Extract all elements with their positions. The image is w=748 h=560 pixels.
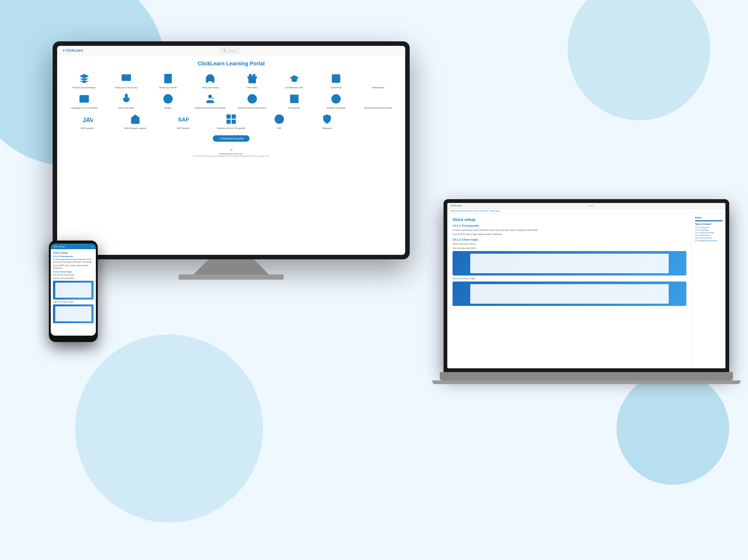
phone-section2-text: Click on the menu Cloud.	[53, 274, 94, 276]
books-icon	[161, 72, 175, 85]
portal-item-languages[interactable]: Languages and Translation	[65, 92, 104, 109]
laptop-frame: ClickLearn Search ⋮ ClickLearn Learning …	[444, 199, 729, 372]
svg-rect-19	[290, 95, 298, 103]
java-icon: JAVA	[80, 112, 94, 126]
phone-section2-title: 10.2.2 Cloud login	[53, 271, 94, 273]
voice-section1-title: 10.2.1 Prerequisite	[453, 224, 686, 227]
phone-section1-title: 10.2.1 Prerequisite	[53, 255, 94, 257]
target-icon	[329, 92, 343, 106]
download-full-portal-button[interactable]: ↓ Download full portal	[213, 135, 250, 142]
preferences-icon	[371, 72, 385, 85]
toc-title: Table of Content	[695, 223, 722, 225]
phone-header: Voice setup ✕	[51, 244, 96, 249]
toc-item-5[interactable]: 10.2.5 Cloud login use	[695, 237, 722, 239]
portal-item-books[interactable]: Books and Shelfs	[149, 72, 188, 89]
laptop-logo: ClickLearn	[450, 204, 462, 207]
bg-circle-bottom-left	[75, 334, 263, 522]
question-icon	[273, 112, 286, 126]
portal-item-empty	[353, 112, 398, 130]
svg-rect-31	[232, 120, 236, 124]
portal-item-product-documentation[interactable]: Product Documentation	[65, 72, 104, 89]
graduation-icon	[288, 72, 301, 85]
phone-section2-text2: You may also press Alt+0.	[53, 277, 94, 280]
laptop-screen: ClickLearn Search ⋮ ClickLearn Learning …	[447, 203, 725, 368]
portal-item-ifs[interactable]: IFS specific	[275, 92, 314, 109]
windows-icon	[224, 112, 238, 126]
portal-item-voice[interactable]: Voice and audio	[107, 92, 146, 109]
portal-item-web-browser[interactable]: Web Browser support	[113, 112, 158, 130]
ifs-icon	[288, 92, 301, 106]
portal-title: ClickLearn Learning Portal	[57, 55, 405, 70]
portal-item-qa[interactable]: Quality Assurance and Testing	[191, 92, 230, 109]
portal-item-sap[interactable]: SAP SAP Specific	[161, 112, 206, 130]
portal-item-rpa[interactable]: Robotic Process Automation	[233, 92, 272, 109]
portal-item-replay[interactable]: Replay	[149, 92, 188, 109]
box-icon	[77, 72, 91, 85]
microphone-icon	[120, 92, 133, 106]
sharepoint-icon	[329, 72, 343, 85]
portal-item-faq[interactable]: FAQ	[257, 112, 302, 130]
svg-rect-29	[232, 115, 236, 119]
play-icon	[161, 92, 175, 106]
video-bar	[695, 220, 722, 221]
portal-item-dynamics[interactable]: Microsoft Dynamics specific	[359, 92, 398, 109]
portal-item-releases[interactable]: Releases	[305, 112, 350, 130]
portal-item-java[interactable]: JAVA JAVA specific	[65, 112, 110, 130]
laptop-base-bottom	[432, 380, 740, 384]
portal-item-nav-help[interactable]: NAV Help	[233, 72, 272, 89]
toc-item-4[interactable]: 10.2.4 Set the voice	[695, 235, 722, 236]
phone-screenshot-2	[53, 304, 94, 323]
toc-item-6[interactable]: 10.2.6 Book/record procedure	[695, 240, 722, 242]
laptop-main-content: Voice setup 10.2.1 Prerequisite In order…	[447, 213, 692, 368]
languages-icon	[77, 92, 91, 106]
phone-screenshot-1	[53, 281, 94, 300]
svg-rect-28	[226, 115, 230, 119]
portal-item-windows[interactable]: Windows Server OS specific	[209, 112, 254, 130]
svg-rect-12	[79, 95, 89, 103]
phone-screen: Voice setup ✕ Voice setup 10.2.1 Prerequ…	[51, 244, 96, 336]
portal-grid-row2: Languages and Translation Voice and audi…	[57, 91, 405, 111]
voice-section2-text: Click on the menu Cloud.	[453, 242, 686, 245]
voice-screenshot-1	[453, 251, 686, 275]
toc-item-2[interactable]: 10.2.2 Cloud login	[695, 229, 722, 231]
svg-point-22	[335, 98, 337, 100]
svg-rect-30	[226, 120, 230, 124]
portal-header: ● ClickLearn 🔍 Search	[57, 46, 405, 55]
toc-item-1[interactable]: 10.2.1 Prerequisite	[695, 227, 722, 229]
toc-item-3[interactable]: 10.2.3 Setup the recorder	[695, 232, 722, 234]
portal-item-community[interactable]: ClickLearn Community	[107, 72, 146, 89]
svg-point-17	[208, 95, 212, 98]
portal-item-samples[interactable]: Sample recordings	[317, 92, 356, 109]
phone-voice-title: Voice setup	[53, 251, 94, 254]
laptop-header: ClickLearn Search ⋮	[447, 203, 725, 209]
portal-item-assist[interactable]: ClickLearn Assist	[191, 72, 230, 89]
toc-label: Videos	[695, 216, 722, 219]
laptop-sidebar: Videos Table of Content 10.2.1 Prerequis…	[692, 213, 725, 368]
bg-circle-top-right	[568, 0, 710, 120]
voice-section2-title: 10.2.2 Cloud login	[453, 238, 686, 241]
chart-icon	[371, 92, 385, 106]
phone-content: Voice setup 10.2.1 Prerequisite In order…	[51, 249, 96, 327]
headset-icon	[203, 72, 217, 85]
phone-section1-text2: If you do NOT have a login, please conta…	[53, 264, 94, 269]
phone-section3-text: Click on the menu Login...	[53, 301, 94, 303]
search-icon: 🔍	[223, 49, 227, 52]
svg-rect-5	[332, 74, 341, 83]
svg-rect-3	[247, 76, 257, 79]
portal-item-sharepoint[interactable]: SharePoint	[317, 72, 356, 89]
voice-section2-text2: You may also press Alt+0.	[453, 247, 686, 250]
portal-item-preferences[interactable]: Preferences	[359, 72, 398, 89]
portal-search-bar[interactable]: 🔍 Search	[220, 48, 240, 53]
phone-close-icon[interactable]: ✕	[92, 245, 94, 248]
sap-icon: SAP	[176, 112, 190, 126]
missing-section: ✉ Something's missing? Can't find what y…	[57, 145, 405, 160]
portal-item-scorm[interactable]: SCORM and LMS	[275, 72, 314, 89]
monitor-icon	[120, 72, 133, 85]
svg-text:JAVA: JAVA	[82, 117, 93, 123]
laptop-breadcrumb: ClickLearn Learning Portal > Voice and a…	[447, 209, 725, 213]
portal-logo: ● ClickLearn	[63, 48, 83, 52]
portal-grid-row1: Product Documentation ClickLearn Communi…	[57, 70, 405, 91]
phone-frame: Voice setup ✕ Voice setup 10.2.1 Prerequ…	[49, 241, 98, 342]
voice-screenshot-2	[453, 282, 686, 306]
voice-section1-text: In order to get access to the ClickLearn…	[453, 229, 686, 232]
